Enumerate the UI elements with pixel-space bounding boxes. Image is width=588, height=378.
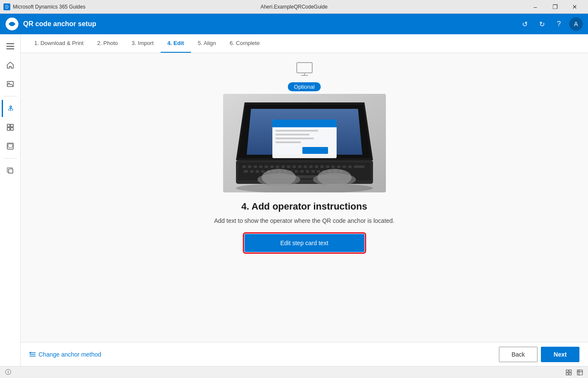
sidebar-item-grid[interactable] (2, 119, 19, 136)
tab-align[interactable]: 5. Align (191, 34, 223, 53)
redo-icon: ↻ (539, 20, 545, 28)
svg-rect-84 (579, 370, 579, 375)
svg-rect-73 (302, 147, 328, 154)
tab-complete[interactable]: 6. Complete (223, 34, 266, 53)
sidebar-item-home[interactable] (2, 57, 19, 74)
status-grid-icon[interactable] (564, 368, 573, 377)
sidebar-item-anchor[interactable] (2, 100, 19, 117)
svg-rect-32 (298, 165, 301, 168)
svg-rect-37 (326, 165, 329, 168)
undo-button[interactable]: ↺ (518, 17, 531, 31)
optional-badge: Optional (288, 82, 320, 91)
help-button[interactable]: ? (552, 17, 566, 31)
layout-icon (6, 142, 14, 150)
edit-step-card-button[interactable]: Edit step card text (245, 234, 364, 252)
redo-button[interactable]: ↻ (535, 17, 549, 31)
status-left: ⓘ (3, 368, 13, 377)
svg-rect-36 (320, 165, 324, 168)
svg-rect-45 (256, 170, 259, 173)
footer-nav-buttons: Back Next (499, 347, 579, 362)
status-table-icon[interactable] (575, 368, 585, 377)
title-bar-app-name: D Microsoft Dynamics 365 Guides (3, 3, 85, 10)
tab-photo-label: 2. Photo (97, 40, 118, 46)
status-table-svg (577, 369, 583, 375)
avatar-label: A (574, 21, 578, 27)
svg-rect-23 (248, 165, 251, 168)
footer: Change anchor method Back Next (21, 342, 588, 366)
monitor-icon (296, 62, 313, 81)
tab-edit[interactable]: 4. Edit (161, 34, 191, 53)
tab-import-label: 3. Import (131, 40, 153, 46)
svg-rect-44 (250, 170, 254, 173)
svg-rect-24 (254, 165, 257, 168)
svg-rect-82 (577, 370, 582, 375)
svg-text:D: D (5, 5, 8, 9)
user-avatar-button[interactable]: A (569, 17, 583, 31)
tabs-bar: 1. Download & Print 2. Photo 3. Import 4… (21, 34, 588, 53)
hamburger-line-1 (6, 43, 14, 44)
svg-rect-15 (297, 63, 312, 73)
svg-rect-35 (315, 165, 318, 168)
svg-rect-43 (244, 170, 248, 173)
status-grid-svg (566, 369, 572, 375)
svg-point-77 (317, 169, 352, 186)
tab-import[interactable]: 3. Import (125, 34, 160, 53)
change-anchor-label: Change anchor method (39, 351, 101, 358)
maximize-button[interactable]: ❐ (545, 0, 565, 14)
change-anchor-method-button[interactable]: Change anchor method (29, 351, 101, 358)
step-title: 4. Add operator instructions (242, 201, 367, 212)
svg-rect-80 (566, 373, 568, 375)
main-content: Optional (21, 53, 588, 342)
svg-rect-55 (311, 170, 315, 173)
status-right (564, 368, 585, 377)
sidebar-item-image[interactable] (2, 75, 19, 93)
window-controls: – ❐ ✕ (525, 0, 585, 14)
svg-rect-22 (242, 165, 246, 168)
svg-rect-40 (343, 165, 346, 168)
svg-rect-52 (295, 170, 298, 173)
change-anchor-icon (29, 351, 36, 357)
window-title: Aheri.ExampleQRCodeGuide (260, 4, 328, 10)
app-header: QR code anchor setup ↺ ↻ ? A (0, 14, 588, 34)
svg-rect-38 (331, 165, 335, 168)
close-button[interactable]: ✕ (565, 0, 585, 14)
svg-rect-34 (309, 165, 313, 168)
minimize-button[interactable]: – (525, 0, 545, 14)
title-bar: D Microsoft Dynamics 365 Guides Aheri.Ex… (0, 0, 588, 14)
svg-rect-46 (261, 170, 265, 173)
tab-download-print-label: 1. Download & Print (34, 40, 84, 46)
svg-rect-42 (354, 165, 364, 168)
sidebar-item-layout[interactable] (2, 138, 19, 155)
tab-download-print[interactable]: 1. Download & Print (27, 34, 90, 53)
svg-rect-69 (275, 130, 318, 132)
tab-edit-label: 4. Edit (167, 40, 184, 46)
undo-icon: ↺ (522, 20, 528, 28)
sidebar-hamburger[interactable] (2, 38, 19, 55)
header-left: QR code anchor setup (5, 17, 96, 31)
svg-rect-3 (7, 81, 13, 87)
svg-rect-81 (569, 373, 571, 375)
grid-icon (6, 123, 14, 131)
back-button[interactable]: Back (499, 347, 537, 362)
svg-rect-54 (306, 170, 309, 173)
step-description: Add text to show the operator where the … (214, 216, 394, 225)
tab-photo[interactable]: 2. Photo (90, 34, 125, 53)
svg-rect-79 (569, 370, 571, 372)
sidebar-item-copy[interactable] (2, 162, 19, 179)
content-area: 1. Download & Print 2. Photo 3. Import 4… (21, 34, 588, 366)
svg-rect-8 (7, 124, 10, 127)
next-button[interactable]: Next (541, 347, 579, 362)
svg-rect-71 (275, 138, 314, 139)
app-name-label: Microsoft Dynamics 365 Guides (13, 4, 85, 10)
app-header-title: QR code anchor setup (23, 20, 96, 28)
image-icon (6, 80, 14, 88)
svg-rect-9 (11, 124, 13, 127)
svg-rect-78 (566, 370, 568, 372)
svg-point-75 (262, 169, 296, 186)
svg-rect-70 (275, 134, 310, 135)
svg-rect-72 (275, 141, 301, 143)
header-right: ↺ ↻ ? A (518, 17, 583, 31)
copy-icon (6, 167, 14, 174)
svg-rect-11 (11, 128, 13, 130)
sidebar (0, 34, 21, 366)
